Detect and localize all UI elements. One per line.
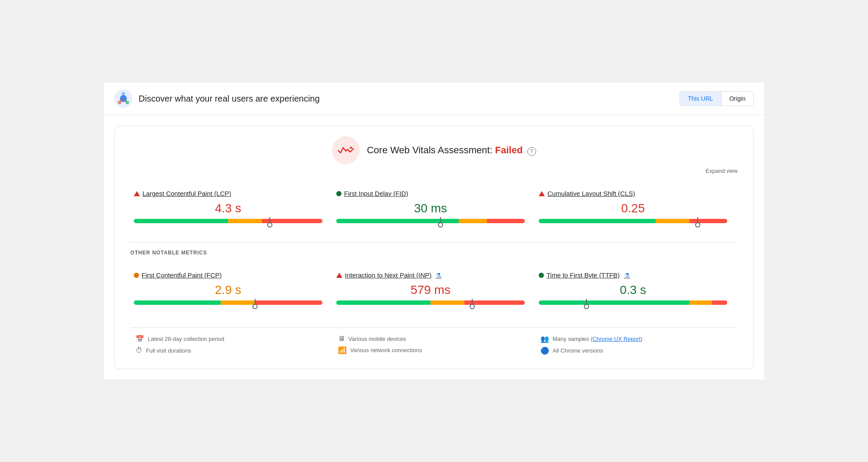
device-icon: 🖥 [338, 335, 345, 343]
cwv-title: Core Web Vitals Assessment: Failed ? [367, 145, 536, 156]
footer-collection-text: Latest 28-day collection period [148, 336, 224, 342]
timer-icon: ⏱ [136, 346, 142, 354]
calendar-icon: 📅 [136, 335, 144, 343]
footer-chrome-text: All Chrome versions [553, 347, 603, 354]
metric-title-fid[interactable]: First Input Delay (FID) [336, 190, 525, 197]
gauge-marker [440, 217, 441, 225]
footer-item-chrome: 🔵 All Chrome versions [540, 346, 732, 355]
cwv-header: Core Web Vitals Assessment: Failed ? [130, 136, 738, 164]
footer-item-devices: 🖥 Various mobile devices [338, 335, 530, 343]
header-left: Discover what your real users are experi… [114, 89, 320, 108]
network-icon: 📶 [338, 346, 347, 354]
origin-button[interactable]: Origin [722, 92, 753, 106]
metric-title-fcp[interactable]: First Contentful Paint (FCP) [134, 271, 322, 279]
metric-col-fcp: First Contentful Paint (FCP)2.9 s [130, 263, 333, 317]
metric-col-lcp: Largest Contentful Paint (LCP)4.3 s [130, 181, 333, 235]
gauge-bar [134, 219, 322, 223]
metric-title-text-fcp: First Contentful Paint (FCP) [142, 271, 222, 279]
header-bar: Discover what your real users are experi… [104, 82, 764, 115]
metric-indicator-inp [336, 273, 342, 278]
metric-value-fid: 30 ms [336, 201, 525, 215]
metric-col-fid: First Input Delay (FID)30 ms [333, 181, 535, 235]
footer-item-collection: 📅 Latest 28-day collection period [136, 335, 328, 343]
main-card: Core Web Vitals Assessment: Failed ? Exp… [114, 125, 754, 369]
metric-indicator-cls [539, 191, 545, 196]
main-container: Discover what your real users are experi… [104, 82, 764, 380]
gauge-marker [697, 217, 698, 225]
metric-indicator-fcp [134, 273, 139, 278]
chrome-icon: 🔵 [540, 346, 549, 355]
footer-col-1: 📅 Latest 28-day collection period ⏱ Full… [130, 335, 333, 358]
gauge-marker [586, 299, 587, 307]
metric-title-text-cls: Cumulative Layout Shift (CLS) [547, 190, 635, 197]
header-title: Discover what your real users are experi… [139, 94, 320, 104]
footer: 📅 Latest 28-day collection period ⏱ Full… [130, 327, 738, 358]
section-label: OTHER NOTABLE METRICS [130, 250, 738, 256]
metric-title-lcp[interactable]: Largest Contentful Paint (LCP) [134, 190, 322, 197]
gauge-bar [134, 300, 322, 305]
expand-view-button[interactable]: Expand view [130, 168, 738, 174]
metric-title-text-inp: Interaction to Next Paint (INP) [345, 271, 431, 279]
metric-title-inp[interactable]: Interaction to Next Paint (INP)⚗ [336, 271, 525, 279]
this-url-button[interactable]: This URL [680, 92, 721, 106]
logo-icon [114, 89, 133, 108]
metric-title-ttfb[interactable]: Time to First Byte (TTFB)⚗ [539, 271, 727, 279]
users-icon: 👥 [540, 335, 549, 343]
cwv-assessment-prefix: Core Web Vitals Assessment: [367, 145, 495, 155]
svg-marker-8 [349, 146, 353, 148]
metric-col-cls: Cumulative Layout Shift (CLS)0.25 [535, 181, 738, 235]
footer-duration-text: Full visit durations [146, 347, 191, 354]
gauge-bar [539, 300, 727, 305]
chrome-ux-report-link[interactable]: Chrome UX Report [593, 336, 641, 342]
metric-value-lcp: 4.3 s [134, 201, 322, 215]
footer-item-network: 📶 Various network connections [338, 346, 530, 354]
svg-point-2 [122, 92, 125, 96]
gauge-marker [255, 299, 255, 307]
footer-col-3: 👥 Many samples (Chrome UX Report) 🔵 All … [535, 335, 738, 358]
footer-devices-text: Various mobile devices [348, 336, 406, 342]
footer-network-text: Various network connections [350, 347, 422, 353]
metric-value-cls: 0.25 [539, 201, 727, 215]
footer-item-duration: ⏱ Full visit durations [136, 346, 328, 354]
footer-samples-text: Many samples (Chrome UX Report) [553, 336, 643, 342]
metric-indicator-ttfb [539, 273, 544, 278]
metric-col-ttfb: Time to First Byte (TTFB)⚗0.3 s [535, 263, 738, 317]
gauge-bar [539, 219, 727, 223]
metric-indicator-fid [336, 191, 341, 196]
metric-col-inp: Interaction to Next Paint (INP)⚗579 ms [333, 263, 535, 317]
metric-title-cls[interactable]: Cumulative Layout Shift (CLS) [539, 190, 727, 197]
metric-value-ttfb: 0.3 s [539, 283, 727, 297]
core-metrics-row: Largest Contentful Paint (LCP)4.3 sFirst… [130, 181, 738, 235]
other-metrics-row: First Contentful Paint (FCP)2.9 sInterac… [130, 263, 738, 317]
footer-col-2: 🖥 Various mobile devices 📶 Various netwo… [333, 335, 535, 358]
gauge-bar [336, 300, 525, 305]
metric-title-text-ttfb: Time to First Byte (TTFB) [547, 271, 620, 279]
gauge-bar [336, 219, 525, 223]
metric-title-text-fid: First Input Delay (FID) [344, 190, 408, 197]
lab-icon-ttfb: ⚗ [624, 272, 630, 279]
metric-indicator-lcp [134, 191, 140, 196]
cwv-waveform-icon [338, 145, 354, 155]
help-icon[interactable]: ? [527, 147, 536, 156]
metric-value-fcp: 2.9 s [134, 283, 322, 297]
cwv-status: Failed [495, 145, 523, 155]
metric-value-inp: 579 ms [336, 283, 525, 297]
section-divider [130, 242, 738, 243]
url-toggle: This URL Origin [679, 91, 754, 106]
footer-item-samples: 👥 Many samples (Chrome UX Report) [540, 335, 732, 343]
cwv-icon-circle [332, 136, 360, 164]
lab-icon-inp: ⚗ [436, 272, 441, 279]
metric-title-text-lcp: Largest Contentful Paint (LCP) [142, 190, 231, 197]
